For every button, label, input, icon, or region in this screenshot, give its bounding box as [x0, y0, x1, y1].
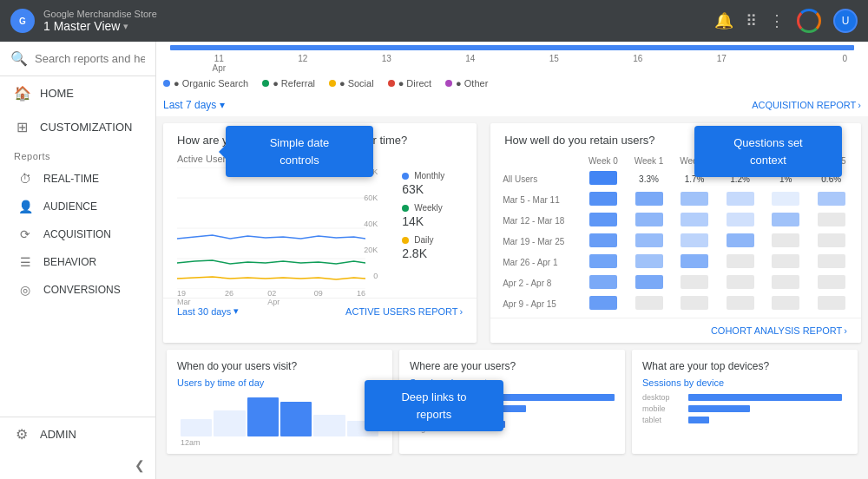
sidebar: 🔍 🏠 HOME ⊞ CUSTOMIZATION Reports ⏱ REAL-…	[0, 42, 156, 479]
chart-y-labels: 80K 60K 40K 20K 0	[364, 167, 378, 280]
audience-label: AUDIENCE	[43, 200, 97, 213]
legend-referral: ● Referral	[262, 78, 315, 89]
bottom-row: When do your users visit? Users by time …	[156, 350, 868, 461]
sidebar-item-audience[interactable]: 👤 AUDIENCE	[0, 193, 155, 220]
legend-other: ● Other	[445, 78, 488, 89]
app-title: Google Merchandise Store 1 Master View ▾	[43, 9, 157, 33]
sidebar-item-realtime[interactable]: ⏱ REAL-TIME	[0, 165, 155, 193]
legend-direct: ● Direct	[388, 78, 431, 89]
visits-question: When do your users visit?	[177, 360, 382, 372]
date-controls-row: Last 7 days ▾ Simple date controls ACQUI…	[156, 94, 868, 116]
conversions-icon: ◎	[17, 283, 33, 297]
chart-legend-side: Monthly 63K Weekly 14K Daily 2.8K	[402, 154, 463, 298]
tooltip-deep-links: Deep links to reports	[365, 380, 503, 431]
dropdown-arrow: ▾	[220, 99, 225, 111]
acquisition-label: ACQUISITION	[43, 228, 111, 240]
audience-icon: 👤	[17, 200, 33, 213]
chart-legend: ● Organic Search ● Referral ● Social ● D…	[156, 73, 868, 94]
legend-organic: ● Organic Search	[163, 78, 248, 89]
sidebar-item-home[interactable]: 🏠 HOME	[0, 76, 155, 110]
search-input[interactable]	[35, 52, 145, 65]
home-icon: 🏠	[14, 85, 30, 102]
sidebar-item-admin[interactable]: ⚙ ADMIN	[0, 417, 155, 451]
chevron-right-icon: ›	[858, 100, 861, 110]
tooltip-date-controls: Simple date controls	[226, 126, 373, 177]
realtime-label: REAL-TIME	[43, 173, 99, 185]
bottom-panel-visits: When do your users visit? Users by time …	[167, 350, 392, 454]
active-users-report-link[interactable]: ACTIVE USERS REPORT › Deep links to repo…	[345, 306, 463, 317]
sidebar-item-conversions[interactable]: ◎ CONVERSIONS	[0, 276, 155, 304]
visits-chart: 12am	[177, 393, 382, 449]
behavior-label: BEHAVIOR	[43, 256, 96, 268]
report-chevron-icon: ›	[460, 306, 464, 317]
cohort-report-link[interactable]: COHORT ANALYSIS REPORT ›	[711, 325, 847, 336]
home-label: HOME	[40, 87, 74, 100]
sidebar-item-acquisition[interactable]: ⟳ ACQUISITION	[0, 220, 155, 248]
account-ring[interactable]	[797, 9, 821, 33]
collapse-icon: ❮	[135, 458, 145, 472]
reports-label: Reports	[0, 144, 155, 165]
main-content: 11Apr 12 13 14 15 16 17 0 ● Organic Sear…	[156, 42, 868, 479]
sidebar-item-customization[interactable]: ⊞ CUSTOMIZATION	[0, 110, 155, 144]
avatar[interactable]: U	[833, 9, 858, 33]
view-chevron: ▾	[123, 21, 128, 32]
collapse-button[interactable]: ❮	[0, 451, 155, 479]
top-bar: G Google Merchandise Store 1 Master View…	[0, 0, 868, 42]
acquisition-icon: ⟳	[17, 227, 33, 241]
retention-footer: COHORT ANALYSIS REPORT ›	[490, 318, 861, 343]
top-bar-icons: 🔔 ⠿ ⋮ U	[714, 9, 858, 33]
retention-row-1: Mar 12 - Mar 18	[497, 210, 854, 231]
conversions-label: CONVERSIONS	[43, 284, 121, 296]
behavior-icon: ☰	[17, 255, 33, 269]
search-bar[interactable]: 🔍	[0, 42, 155, 76]
top-chart-area: 11Apr 12 13 14 15 16 17 0 ● Organic Sear…	[156, 42, 868, 116]
tooltip-context: Questions set context	[694, 126, 842, 177]
retention-row-4: Apr 2 - Apr 8	[497, 272, 854, 293]
main-layout: 🔍 🏠 HOME ⊞ CUSTOMIZATION Reports ⏱ REAL-…	[0, 42, 868, 479]
legend-social: ● Social	[329, 78, 374, 89]
view-name[interactable]: 1 Master View ▾	[43, 19, 157, 33]
x-labels: 19Mar 26 02Apr 09 16	[177, 289, 391, 306]
admin-icon: ⚙	[14, 426, 30, 443]
more-icon[interactable]: ⋮	[769, 11, 785, 30]
date-dropdown[interactable]: Last 7 days ▾ Simple date controls	[163, 99, 225, 111]
active-users-svg	[177, 167, 365, 289]
retention-row-3: Mar 26 - Apr 1	[497, 252, 854, 272]
cohort-chevron-icon: ›	[844, 325, 847, 336]
devices-subtitle: Sessions by device	[642, 377, 847, 388]
visits-subtitle: Users by time of day	[177, 377, 382, 388]
devices-question: What are your top devices?	[642, 360, 847, 372]
retention-row-0: Mar 5 - Mar 11	[497, 189, 854, 210]
retention-row-2: Mar 19 - Mar 25	[497, 231, 854, 252]
footer-dropdown-arrow: ▾	[233, 305, 239, 317]
retention-row-5: Apr 9 - Apr 15	[497, 293, 854, 314]
date-labels: 11Apr 12 13 14 15 16 17 0	[170, 54, 854, 73]
grid-icon[interactable]: ⠿	[746, 11, 757, 30]
retention-table: Week 0 Week 1 Week 2 Week 3 Week 4 Week …	[497, 154, 854, 314]
store-name: Google Merchandise Store	[43, 9, 157, 19]
sidebar-item-behavior[interactable]: ☰ BEHAVIOR	[0, 248, 155, 276]
active-users-chart: 80K 60K 40K 20K 0	[177, 167, 391, 298]
country-question: Where are your users?	[410, 360, 615, 372]
logo: G	[10, 9, 35, 33]
devices-chart: desktop mobile tablet	[642, 393, 847, 424]
search-icon: 🔍	[10, 50, 28, 67]
admin-label: ADMIN	[40, 428, 76, 441]
bottom-panel-devices: What are your top devices? Sessions by d…	[632, 350, 858, 454]
svg-text:G: G	[19, 16, 26, 26]
footer-date-dropdown[interactable]: Last 30 days ▾	[177, 305, 239, 317]
bell-icon[interactable]: 🔔	[714, 11, 733, 30]
realtime-icon: ⏱	[17, 172, 33, 186]
customization-icon: ⊞	[14, 119, 30, 135]
customization-label: CUSTOMIZATION	[40, 121, 132, 134]
acquisition-report-link[interactable]: ACQUISITION REPORT › Questions set conte…	[752, 100, 861, 110]
